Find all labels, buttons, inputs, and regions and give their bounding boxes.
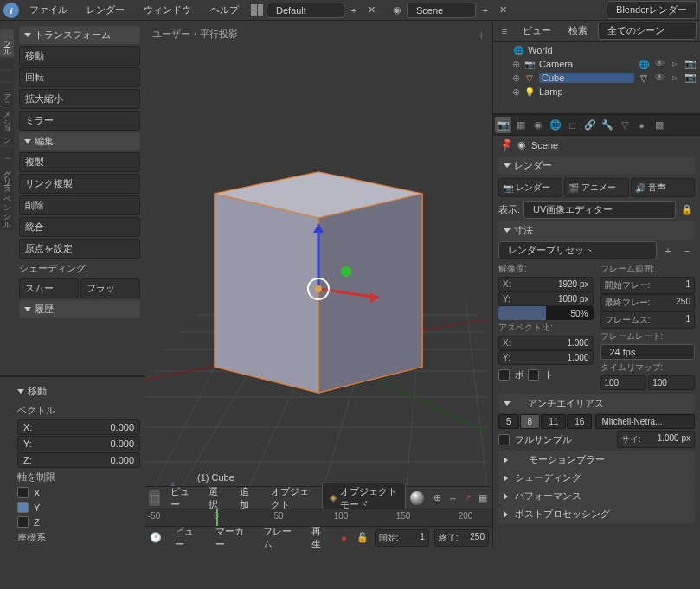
visibility-toggle-icon[interactable]: 👁	[653, 72, 665, 84]
prop-tab-data[interactable]: ▽	[616, 117, 633, 133]
prop-tab-scene[interactable]: ◉	[530, 117, 546, 133]
toolshelf-tab-tools[interactable]: ツール	[0, 29, 14, 57]
constrain-y[interactable]: Y	[17, 500, 140, 515]
remap-new-field[interactable]: 100	[648, 375, 695, 390]
delete-button[interactable]: 削除	[19, 195, 140, 215]
shade-smooth-button[interactable]: スムー	[19, 278, 79, 298]
aa-samples-16[interactable]: 16	[567, 414, 592, 429]
join-button[interactable]: 統合	[19, 217, 140, 237]
scene-name-field[interactable]: Scene	[407, 3, 476, 18]
outliner-item-lamp[interactable]: ⊕💡Lamp	[497, 85, 697, 99]
outliner-item-world[interactable]: 🌐World	[497, 43, 697, 57]
prop-tab-material[interactable]: ●	[633, 117, 650, 133]
render-toggle-icon[interactable]: 📷	[684, 72, 697, 84]
preset-add-icon[interactable]: +	[660, 243, 676, 259]
prop-tab-modifiers[interactable]: 🔧	[599, 117, 615, 133]
display-mode-dropdown[interactable]: UV画像エディター	[523, 201, 676, 219]
shade-flat-button[interactable]: フラッ	[80, 278, 140, 298]
autokey-icon[interactable]: ●	[338, 530, 350, 546]
frame-start-field[interactable]: 開始:1	[375, 529, 429, 547]
resolution-y-field[interactable]: Y:1080 px	[498, 291, 594, 306]
render-toggle-icon[interactable]: 📷	[684, 58, 697, 70]
aspect-x-field[interactable]: X:1.000	[498, 336, 594, 350]
outliner-editor-icon[interactable]: ≡	[497, 23, 512, 39]
frame-step-field[interactable]: フレームス:1	[600, 311, 696, 329]
layout-add-icon[interactable]: +	[346, 3, 362, 18]
tl-menu-frame[interactable]: フレーム	[256, 522, 299, 549]
outliner-item-camera[interactable]: ⊕📷Camera🌐👁▹📷	[497, 57, 697, 71]
tl-menu-marker[interactable]: マーカー	[209, 522, 251, 549]
antialiasing-section-header[interactable]: アンチエイリアス	[498, 394, 695, 413]
tl-menu-playback[interactable]: 再生	[305, 522, 333, 549]
render-engine-dropdown[interactable]: Blenderレンダー	[607, 1, 697, 19]
border-checkbox[interactable]: ボ	[498, 367, 524, 383]
aa-samples-11[interactable]: 11	[541, 414, 566, 429]
crop-checkbox[interactable]: ト	[528, 367, 554, 383]
aa-filter-dropdown[interactable]: Mitchell-Netra...	[595, 414, 695, 429]
duplicate-linked-button[interactable]: リンク複製	[19, 174, 140, 194]
postprocessing-section-header[interactable]: ポストプロセッシング	[498, 505, 695, 523]
visibility-toggle-icon[interactable]: 👁	[653, 58, 665, 70]
dimensions-section-header[interactable]: 寸法	[498, 221, 695, 240]
frame-start-field[interactable]: 開始フレー:1	[600, 277, 696, 294]
full-sample-checkbox[interactable]: フルサンプル	[498, 432, 613, 448]
outliner-item-cube[interactable]: ⊕▽Cube▽👁▹📷	[497, 71, 697, 85]
edit-panel-header[interactable]: 編集	[19, 132, 140, 150]
manipulator-icon[interactable]: ↔	[447, 490, 459, 506]
timeline-ruler[interactable]: -50 0 50 100 150 200	[145, 509, 492, 526]
constrain-x[interactable]: X	[17, 485, 140, 500]
prop-tab-constraints[interactable]: 🔗	[581, 117, 598, 133]
prop-tab-world[interactable]: 🌐	[547, 117, 563, 133]
pin-icon[interactable]: 📌	[498, 137, 515, 152]
editor-type-icon[interactable]: ⬚	[149, 490, 160, 506]
aa-samples-5[interactable]: 5	[498, 414, 519, 429]
ol-menu-view[interactable]: ビュー	[516, 22, 558, 40]
mirror-button[interactable]: ミラー	[19, 111, 140, 131]
scene-browse-icon[interactable]: ◉	[389, 3, 405, 18]
pivot-icon[interactable]: ⊕	[432, 490, 443, 506]
3d-viewport[interactable]: z y x ユーザー・平行投影 + (1) Cube ⬚ ビュー 選択 追加 オ…	[145, 21, 492, 548]
mblur-enable-checkbox[interactable]	[515, 455, 525, 465]
select-toggle-icon[interactable]: ▹	[669, 58, 681, 70]
menu-file[interactable]: ファイル	[21, 1, 76, 19]
history-panel-header[interactable]: 履歴	[19, 300, 140, 318]
aa-enable-checkbox[interactable]	[514, 399, 524, 409]
vector-z-field[interactable]: Z:0.000	[17, 452, 140, 468]
toolshelf-tab-relations[interactable]: 関係	[0, 71, 14, 81]
render-animation-button[interactable]: 🎬アニメー	[564, 178, 628, 197]
render-preset-dropdown[interactable]: レンダープリセット	[498, 241, 657, 259]
outliner-display-dropdown[interactable]: 全てのシーン	[598, 22, 697, 40]
toolshelf-tab-create[interactable]: 作成	[0, 59, 14, 69]
duplicate-button[interactable]: 複製	[19, 152, 140, 172]
outliner-tree[interactable]: 🌐World ⊕📷Camera🌐👁▹📷 ⊕▽Cube▽👁▹📷 ⊕💡Lamp	[493, 42, 700, 115]
tl-menu-view[interactable]: ビュー	[168, 522, 203, 549]
viewport-expand-icon[interactable]: +	[478, 28, 485, 43]
resolution-percentage-slider[interactable]: 50%	[498, 306, 594, 320]
toolshelf-tab-animation[interactable]: アニメーション	[0, 83, 14, 145]
motion-blur-section-header[interactable]: モーションブラー	[498, 451, 695, 469]
menu-render[interactable]: レンダー	[78, 1, 133, 19]
layers-icon[interactable]: ▦	[478, 490, 489, 506]
screen-layout-dropdown[interactable]: Default	[267, 3, 344, 18]
scene-remove-icon[interactable]: ✕	[495, 3, 511, 18]
render-audio-button[interactable]: 🔊音声	[631, 178, 695, 197]
aa-samples-8[interactable]: 8	[520, 414, 541, 429]
preset-remove-icon[interactable]: −	[679, 243, 695, 259]
info-icon[interactable]: i	[3, 3, 19, 18]
keying-lock-icon[interactable]: 🔓	[356, 530, 369, 546]
timeline-editor-icon[interactable]: 🕐	[149, 530, 163, 546]
prop-tab-object[interactable]: □	[564, 117, 581, 133]
filter-size-field[interactable]: サイ:1.000 px	[617, 431, 695, 448]
toolshelf-tab-greasepencil[interactable]: グリースペンシル	[0, 159, 14, 230]
render-image-button[interactable]: 📷レンダー	[498, 178, 562, 197]
remap-old-field[interactable]: 100	[600, 375, 647, 390]
scene-add-icon[interactable]: +	[478, 3, 493, 18]
layout-remove-icon[interactable]: ✕	[363, 3, 379, 18]
ol-menu-search[interactable]: 検索	[562, 22, 594, 40]
set-origin-button[interactable]: 原点を設定	[19, 239, 140, 259]
layout-grid-icon[interactable]	[249, 3, 265, 18]
menu-window[interactable]: ウィンドウ	[135, 1, 200, 19]
aspect-y-field[interactable]: Y:1.000	[498, 350, 594, 365]
breadcrumb-scene[interactable]: Scene	[531, 140, 558, 150]
render-section-header[interactable]: レンダー	[498, 157, 695, 175]
